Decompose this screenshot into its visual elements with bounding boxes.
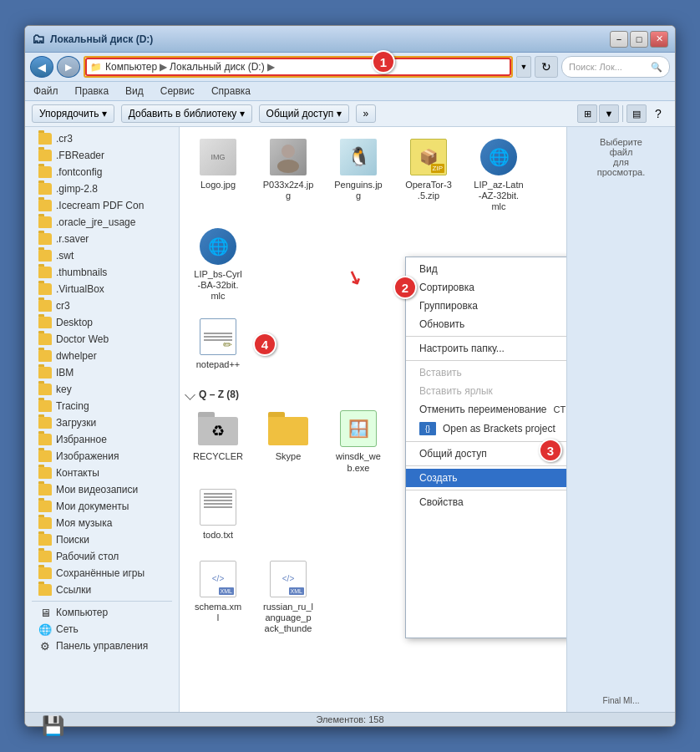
sidebar-item-computer[interactable]: 🖥 Компьютер bbox=[25, 604, 179, 621]
file-item-lip-bs[interactable]: 🌐 LIP_bs-Cyrl-BA-32bit.mlc bbox=[186, 223, 250, 306]
minimize-button[interactable]: − bbox=[610, 31, 628, 48]
sidebar-item-desktop2[interactable]: Рабочий стол bbox=[25, 548, 179, 565]
file-item-skype[interactable]: Skype bbox=[256, 405, 320, 476]
main-panel: IMG Logo.jpg bbox=[180, 127, 566, 712]
view-grid-button[interactable]: ⊞ bbox=[577, 104, 597, 123]
sidebar-label: dwhelper bbox=[56, 350, 97, 362]
cm-view[interactable]: Вид ▶ bbox=[406, 260, 566, 278]
sidebar-item-swt[interactable]: .swt bbox=[25, 247, 179, 264]
file-item-winsdk[interactable]: 🪟 winsdk_web.exe bbox=[327, 405, 390, 476]
file-icon-logo: IMG bbox=[198, 137, 238, 177]
txt-line bbox=[204, 503, 232, 505]
view-dropdown-button[interactable]: ▼ bbox=[599, 104, 619, 123]
file-item-recycler[interactable]: ♻ RECYCLER bbox=[186, 405, 250, 476]
cm-properties-label: Свойства bbox=[419, 496, 464, 508]
refresh-button[interactable]: ↻ bbox=[535, 56, 558, 78]
cm-group-label: Группировка bbox=[419, 300, 478, 312]
file-item-russian[interactable]: </> russian_ru_language_pack_thunde bbox=[256, 556, 320, 638]
file-item-notepad[interactable]: ✏ notepad++ bbox=[186, 313, 250, 373]
menu-service[interactable]: Сервис bbox=[159, 84, 196, 99]
more-button[interactable]: » bbox=[356, 104, 377, 123]
file-label-notepad: notepad++ bbox=[196, 359, 241, 370]
add-library-button[interactable]: Добавить в библиотеку ▾ bbox=[121, 104, 252, 123]
sidebar-item-docs[interactable]: Мои документы bbox=[25, 498, 179, 515]
sidebar-item-thumbnails[interactable]: .thumbnails bbox=[25, 264, 179, 281]
cm-properties[interactable]: Свойства bbox=[406, 493, 566, 511]
sidebar-item-cr3-2[interactable]: cr3 bbox=[25, 297, 179, 314]
address-dropdown[interactable]: ▼ bbox=[516, 56, 531, 78]
sidebar-item-gimp[interactable]: .gimp-2.8 bbox=[25, 180, 179, 197]
path-segment-1[interactable]: Компьютер bbox=[105, 61, 157, 73]
file-icon-recycler: ♻ bbox=[198, 409, 238, 449]
search-box[interactable]: Поиск: Лок... 🔍 bbox=[561, 56, 670, 78]
menu-view[interactable]: Вид bbox=[124, 84, 145, 99]
search-placeholder: Поиск: Лок... bbox=[569, 62, 622, 72]
share-button[interactable]: Общий доступ ▾ bbox=[259, 104, 349, 123]
sidebar-item-tracing[interactable]: Tracing bbox=[25, 398, 179, 414]
toolbar: Упорядочить ▾ Добавить в библиотеку ▾ Об… bbox=[25, 101, 675, 127]
sidebar-item-key[interactable]: key bbox=[25, 381, 179, 398]
sidebar-item-ibm[interactable]: IBM bbox=[25, 364, 179, 381]
file-item-operator[interactable]: 📦 OperaTor-3.5.zip bbox=[397, 134, 460, 216]
sidebar-item-contacts[interactable]: Контакты bbox=[25, 465, 179, 481]
sidebar-item-fontconfig[interactable]: .fontconfig bbox=[25, 164, 179, 180]
sidebar-divider bbox=[32, 601, 172, 602]
file-item-schema[interactable]: </> schema.xml bbox=[186, 556, 250, 638]
folder-icon bbox=[38, 133, 52, 145]
sidebar-label: Мои документы bbox=[56, 500, 129, 512]
cm-divider-5 bbox=[406, 490, 566, 490]
sidebar-item-network[interactable]: 🌐 Сеть bbox=[25, 621, 179, 638]
sidebar-label: .FBReader bbox=[56, 150, 104, 161]
file-item-todo[interactable]: todo.txt bbox=[186, 484, 250, 544]
cm-paste[interactable]: Вставить bbox=[406, 363, 566, 382]
txt-line bbox=[204, 500, 232, 501]
sidebar-item-savedgames[interactable]: Сохранённые игры bbox=[25, 565, 179, 582]
forward-button[interactable]: ▶ bbox=[57, 56, 80, 78]
sidebar-item-rsaver[interactable]: .r.saver bbox=[25, 231, 179, 247]
address-box[interactable]: 📁 Компьютер ▶ Локальный диск (D:) ▶ bbox=[84, 56, 513, 78]
sidebar-item-fbreader[interactable]: .FBReader bbox=[25, 147, 179, 164]
sidebar-item-controlpanel[interactable]: ⚙ Панель управления bbox=[25, 638, 179, 654]
file-item-lip-az[interactable]: 🌐 LIP_az-Latn-AZ-32bit.mlc bbox=[467, 134, 530, 216]
maximize-button[interactable]: □ bbox=[630, 31, 648, 48]
path-segment-2[interactable]: Локальный диск (D:) bbox=[170, 61, 265, 73]
cm-brackets[interactable]: {} Open as Brackets project bbox=[406, 419, 566, 439]
cm-paste-shortcut[interactable]: Вставить ярлык bbox=[406, 382, 566, 400]
cm-sort[interactable]: Сортировка ▶ bbox=[406, 278, 566, 297]
sidebar-item-downloads[interactable]: Загрузки bbox=[25, 414, 179, 431]
help-button[interactable]: ? bbox=[648, 104, 668, 123]
cm-undo[interactable]: Отменить переименование CTRL+Z bbox=[406, 400, 566, 419]
organize-button[interactable]: Упорядочить ▾ bbox=[32, 104, 114, 123]
sidebar-item-oracle[interactable]: .oracle_jre_usage bbox=[25, 214, 179, 231]
file-item-person[interactable]: P033x2z4.jpg bbox=[256, 134, 320, 216]
cm-refresh[interactable]: Обновить bbox=[406, 315, 566, 333]
sidebar-item-icecream[interactable]: .Icecream PDF Con bbox=[25, 197, 179, 214]
file-item-penguins[interactable]: 🐧 Penguins.jpg bbox=[327, 134, 390, 216]
folder-icon bbox=[38, 434, 52, 445]
close-button[interactable]: ✕ bbox=[650, 31, 668, 48]
cm-create[interactable]: Создать ▶ bbox=[406, 469, 566, 487]
sidebar-item-virtualbox[interactable]: .VirtualBox bbox=[25, 281, 179, 297]
sidebar-item-doctorweb[interactable]: Doctor Web bbox=[25, 331, 179, 348]
folder-icon bbox=[38, 584, 52, 596]
sidebar-item-desktop[interactable]: Desktop bbox=[25, 314, 179, 331]
sidebar-item-favorites[interactable]: Избранное bbox=[25, 431, 179, 448]
view-list-button[interactable]: ▤ bbox=[626, 104, 647, 123]
organize-label: Упорядочить ▾ bbox=[39, 108, 107, 119]
cm-group[interactable]: Группировка ▶ bbox=[406, 297, 566, 315]
back-button[interactable]: ◀ bbox=[30, 56, 53, 78]
menu-help[interactable]: Справка bbox=[210, 84, 252, 99]
sidebar-item-dwhelper[interactable]: dwhelper bbox=[25, 348, 179, 364]
sidebar-item-cr3[interactable]: .cr3 bbox=[25, 130, 179, 147]
sidebar-item-images[interactable]: Изображения bbox=[25, 448, 179, 465]
txt-line bbox=[204, 333, 232, 334]
cm-customize[interactable]: Настроить папку... bbox=[406, 339, 566, 358]
sidebar-item-searches[interactable]: Поиски bbox=[25, 531, 179, 548]
sidebar-item-music[interactable]: Моя музыка bbox=[25, 515, 179, 531]
sidebar-label: Загрузки bbox=[56, 417, 96, 429]
sidebar-item-links[interactable]: Ссылки bbox=[25, 582, 179, 598]
file-item-logo[interactable]: IMG Logo.jpg bbox=[186, 134, 250, 216]
menu-edit[interactable]: Правка bbox=[74, 84, 111, 99]
sidebar-item-videos[interactable]: Мои видеозаписи bbox=[25, 481, 179, 498]
menu-file[interactable]: Файл bbox=[32, 84, 60, 99]
